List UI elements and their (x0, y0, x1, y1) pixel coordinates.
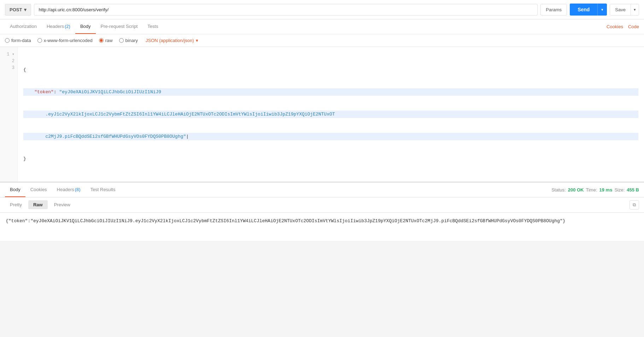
params-button[interactable]: Params (540, 4, 567, 16)
response-section: Body Cookies Headers(8) Test Results Sta… (0, 182, 644, 241)
raw-option[interactable]: raw (99, 38, 113, 43)
url-input[interactable] (34, 4, 538, 16)
method-label: POST (10, 7, 22, 12)
status-label: Status: (551, 187, 566, 193)
code-line-2: "token": "eyJ0eXAiOiJKV1QiLCJhbGciOiJIUz… (23, 88, 638, 96)
tab-body[interactable]: Body (75, 19, 96, 34)
tab-authorization[interactable]: Authorization (5, 19, 42, 34)
raw-radio[interactable] (99, 38, 104, 43)
response-body: {"token":"eyJ0eXAiOiJKV1QiLCJhbGciOiJIUz… (0, 213, 644, 241)
code-line-1: { (23, 66, 638, 73)
url-encoded-option[interactable]: x-www-form-urlencoded (37, 38, 93, 43)
send-button[interactable]: Send (570, 4, 597, 16)
save-group: Save ▾ (610, 4, 639, 16)
response-meta: Status: 200 OK Time: 19 ms Size: 455 B (551, 187, 639, 193)
code-editor-content[interactable]: { "token": "eyJ0eXAiOiJKV1QiLCJhbGciOiJI… (18, 47, 644, 182)
resp-tab-cookies[interactable]: Cookies (25, 183, 52, 197)
tab-headers[interactable]: Headers(2) (42, 19, 75, 34)
send-dropdown-button[interactable]: ▾ (597, 4, 607, 16)
code-line-4: c2MjJ9.piFcBQddSEi2sfGBfWHUPdGsyVOs0FYDQ… (23, 133, 638, 140)
binary-radio[interactable] (119, 38, 124, 43)
request-bar: POST ▾ Params Send ▾ Save ▾ (0, 0, 644, 19)
resp-tab-body[interactable]: Body (5, 183, 25, 197)
code-editor[interactable]: 1 ▾ 2 3 { "token": "eyJ0eXAiOiJKV1QiLCJh… (0, 47, 644, 182)
status-value: 200 OK (568, 187, 584, 193)
line-numbers: 1 ▾ 2 3 (0, 47, 18, 182)
copy-response-button[interactable]: ⧉ (630, 200, 639, 209)
body-type-bar: form-data x-www-form-urlencoded raw bina… (0, 34, 644, 47)
url-encoded-radio[interactable] (37, 38, 42, 43)
save-button[interactable]: Save (610, 4, 631, 15)
size-value: 455 B (627, 187, 639, 193)
format-preview-button[interactable]: Preview (49, 200, 75, 209)
format-raw-button[interactable]: Raw (28, 200, 48, 209)
resp-tab-headers[interactable]: Headers(8) (52, 183, 86, 197)
form-data-option[interactable]: form-data (5, 38, 31, 43)
code-link[interactable]: Code (628, 24, 639, 29)
request-tabs: Authorization Headers(2) Body Pre-reques… (0, 19, 644, 34)
method-chevron-icon: ▾ (24, 7, 27, 12)
json-type-chevron-icon: ▾ (196, 38, 198, 43)
line-num-2: 2 (4, 58, 14, 65)
line-num-5: 3 (4, 65, 14, 71)
json-type-selector[interactable]: JSON (application/json) ▾ (146, 38, 198, 43)
save-dropdown-button[interactable]: ▾ (631, 4, 639, 15)
editor-inner: 1 ▾ 2 3 { "token": "eyJ0eXAiOiJKV1QiLCJh… (0, 47, 644, 182)
tab-tests[interactable]: Tests (142, 19, 163, 34)
size-label: Size: (614, 187, 625, 193)
line-num-1: 1 ▾ (4, 51, 14, 58)
form-data-radio[interactable] (5, 38, 10, 43)
code-line-3: .eyJ1c2VyX2lkIjoxLCJ1c2VybmFtZtZSI6Inl1Y… (23, 111, 638, 118)
format-pretty-button[interactable]: Pretty (5, 200, 27, 209)
response-tabs-row: Body Cookies Headers(8) Test Results Sta… (0, 183, 644, 197)
code-line-5: } (23, 155, 638, 162)
response-format-bar: Pretty Raw Preview ⧉ (0, 197, 644, 213)
method-selector[interactable]: POST ▾ (5, 4, 31, 16)
req-tabs-right: Cookies Code (607, 24, 639, 29)
time-label: Time: (586, 187, 597, 193)
resp-tab-test-results[interactable]: Test Results (86, 183, 121, 197)
binary-option[interactable]: binary (119, 38, 138, 43)
cookies-link[interactable]: Cookies (607, 24, 623, 29)
send-group: Send ▾ (570, 4, 607, 16)
tab-pre-request[interactable]: Pre-request Script (96, 19, 143, 34)
time-value: 19 ms (599, 187, 613, 193)
